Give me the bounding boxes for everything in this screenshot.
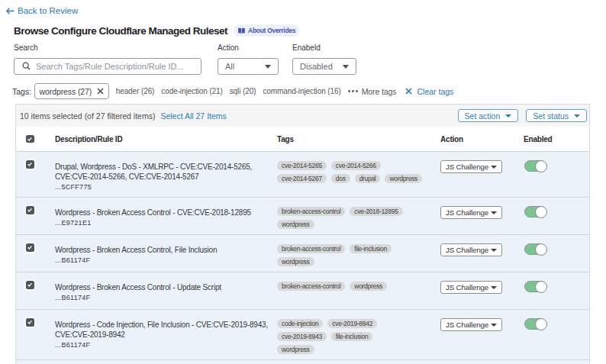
rule-tag-pill: dos bbox=[331, 174, 350, 183]
row-checkbox[interactable] bbox=[26, 318, 34, 327]
rule-action-select[interactable]: JS Challenge bbox=[440, 160, 502, 173]
rule-description: Wordpress - Broken Access Control - CVE:… bbox=[55, 208, 277, 218]
about-overrides-badge[interactable]: About Overrides bbox=[234, 24, 299, 37]
rule-tag-pill: code-injection bbox=[277, 319, 323, 328]
search-field[interactable] bbox=[14, 58, 201, 75]
rule-description-line: Wordpress - Code Injection, File Inclusi… bbox=[55, 320, 277, 330]
rule-enabled-toggle[interactable] bbox=[524, 281, 546, 292]
row-checkbox[interactable] bbox=[26, 160, 34, 169]
rule-description: Wordpress - Code Injection, File Inclusi… bbox=[55, 320, 277, 340]
toggle-knob bbox=[535, 318, 547, 330]
toggle-knob bbox=[535, 206, 547, 218]
select-all-link[interactable]: Select All 27 Items bbox=[160, 111, 226, 121]
rule-tags: cve-2014-5265cve-2014-5266cve-2014-5267d… bbox=[277, 152, 440, 192]
more-tags-button[interactable]: More tags bbox=[348, 87, 397, 96]
rule-action-select[interactable]: JS Challenge bbox=[440, 206, 502, 219]
select-all-checkbox[interactable] bbox=[26, 135, 34, 143]
chevron-down-icon bbox=[574, 114, 580, 118]
header-tags: Tags bbox=[277, 135, 440, 143]
set-action-button[interactable]: Set action bbox=[458, 109, 519, 122]
rule-tag-pill: broken-access-control bbox=[277, 207, 345, 216]
rule-description: Wordpress - Broken Access Control, File … bbox=[55, 245, 277, 256]
rule-id: ...B61174F bbox=[55, 294, 277, 302]
rule-tag-pill: cve-2019-8942 bbox=[327, 319, 377, 328]
rule-tag-pill: cve-2019-8943 bbox=[277, 332, 327, 341]
set-status-button[interactable]: Set status bbox=[526, 109, 587, 122]
rule-action-value: JS Challenge bbox=[446, 246, 488, 254]
row-checkbox[interactable] bbox=[26, 281, 34, 289]
chevron-down-icon bbox=[491, 166, 497, 169]
action-filter-select[interactable]: All bbox=[218, 58, 279, 75]
rule-tags: broken-access-controlfile-inclusionwordp… bbox=[277, 235, 440, 266]
tag-filter-option[interactable]: sqli (20) bbox=[230, 87, 256, 95]
rule-tag-pill: wordpress bbox=[385, 174, 422, 183]
toggle-knob bbox=[535, 281, 547, 293]
rule-description-line: Drupal, Wordpress - DoS - XMLRPC - CVE:C… bbox=[55, 162, 277, 172]
rule-id: ...5CFF775 bbox=[55, 183, 277, 192]
rule-tag-pill: cve-2014-5265 bbox=[277, 161, 327, 170]
header-enabled: Enabled bbox=[524, 135, 589, 143]
toggle-knob bbox=[535, 160, 547, 172]
tag-filter-option[interactable]: command-injection (16) bbox=[263, 87, 340, 95]
chevron-down-icon bbox=[491, 286, 497, 289]
more-tags-label: More tags bbox=[362, 87, 397, 96]
rule-action-select[interactable]: JS Challenge bbox=[440, 281, 502, 294]
selection-toolbar: 10 items selected (of 27 filtered items)… bbox=[16, 105, 589, 127]
rule-action-select[interactable]: JS Challenge bbox=[440, 318, 502, 331]
enabled-filter-select[interactable]: Disabled bbox=[292, 58, 356, 75]
rule-tag-pill: drupal bbox=[355, 174, 381, 183]
chevron-down-icon bbox=[491, 211, 497, 214]
search-label: Search bbox=[14, 43, 201, 52]
chevron-down-icon bbox=[505, 114, 511, 118]
row-checkbox[interactable] bbox=[26, 206, 34, 214]
rule-description: Drupal, Wordpress - DoS - XMLRPC - CVE:C… bbox=[55, 162, 277, 182]
ruleset-table-card: 10 items selected (of 27 filtered items)… bbox=[15, 104, 590, 364]
table-row: Wordpress - Broken Access Control - Upda… bbox=[16, 272, 589, 309]
back-link[interactable]: Back to Review bbox=[6, 6, 78, 15]
header-action: Action bbox=[440, 135, 524, 143]
about-overrides-label: About Overrides bbox=[248, 27, 295, 34]
rule-action-select[interactable]: JS Challenge bbox=[440, 243, 502, 256]
tag-filter-option[interactable]: code-injection (21) bbox=[161, 87, 222, 95]
rule-tag-pill: broken-access-control bbox=[277, 244, 345, 253]
selected-tag-label: wordpress (27) bbox=[40, 87, 92, 96]
action-filter-value: All bbox=[225, 62, 234, 71]
rule-tag-pill: cve-2014-5266 bbox=[331, 161, 381, 170]
search-input[interactable] bbox=[36, 62, 195, 71]
rule-id: ...B61174F bbox=[55, 341, 277, 350]
tag-filter-option[interactable]: header (26) bbox=[116, 87, 155, 95]
rule-enabled-toggle[interactable] bbox=[524, 160, 546, 172]
rule-description-line: CVE:CVE-2014-5266, CVE:CVE-2014-5267 bbox=[55, 172, 277, 182]
rule-tag-pill: file-inclusion bbox=[350, 244, 392, 253]
enabled-filter-value: Disabled bbox=[300, 62, 333, 71]
rule-tag-pill: file-inclusion bbox=[331, 332, 373, 341]
rule-action-value: JS Challenge bbox=[446, 283, 488, 292]
rule-enabled-toggle[interactable] bbox=[524, 206, 546, 217]
book-icon bbox=[237, 27, 246, 34]
rule-tag-pill: cve-2014-5267 bbox=[277, 174, 327, 183]
clear-tags-button[interactable]: Clear tags bbox=[405, 87, 453, 96]
search-icon bbox=[22, 60, 31, 73]
rule-action-value: JS Challenge bbox=[446, 208, 488, 217]
back-arrow-icon bbox=[6, 8, 15, 14]
chevron-down-icon bbox=[343, 65, 349, 69]
rule-id: ...E9721E1 bbox=[55, 219, 277, 227]
rule-tag-pill: broken-access-control bbox=[277, 282, 345, 291]
selected-tag-chip[interactable]: wordpress (27) bbox=[34, 83, 109, 99]
rule-enabled-toggle[interactable] bbox=[524, 243, 546, 255]
rule-tags: broken-access-controlcve-2018-12895wordp… bbox=[277, 198, 440, 229]
row-checkbox[interactable] bbox=[26, 243, 34, 252]
rule-tag-pill: wordpress bbox=[350, 282, 387, 291]
rule-action-value: JS Challenge bbox=[446, 321, 488, 329]
chevron-down-icon bbox=[491, 249, 497, 252]
clear-tags-label: Clear tags bbox=[417, 87, 453, 96]
remove-tag-icon[interactable] bbox=[97, 88, 104, 95]
set-action-label: Set action bbox=[465, 111, 501, 121]
rule-enabled-toggle[interactable] bbox=[524, 318, 546, 330]
rule-id: ...B61174F bbox=[55, 256, 277, 265]
chevron-down-icon bbox=[265, 65, 271, 69]
rule-tag-pill: wordpress bbox=[277, 345, 314, 354]
action-filter-label: Action bbox=[218, 43, 279, 52]
rule-tag-pill: wordpress bbox=[277, 257, 314, 266]
toggle-knob bbox=[535, 243, 547, 256]
